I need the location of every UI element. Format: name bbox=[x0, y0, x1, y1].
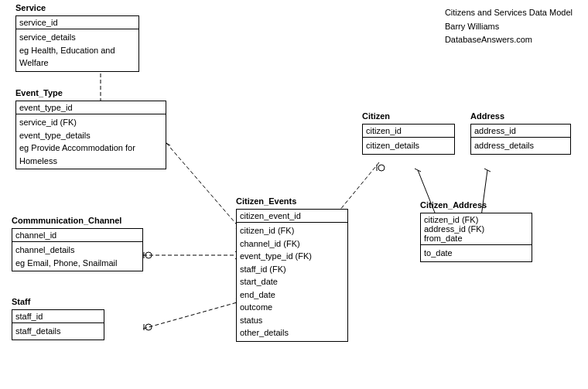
address-field-0: address_details bbox=[474, 139, 567, 152]
address-box: address_id address_details bbox=[470, 124, 571, 155]
staff-body: staff_details bbox=[12, 323, 104, 340]
svg-point-17 bbox=[145, 252, 152, 258]
svg-point-24 bbox=[145, 324, 152, 330]
citizen-events-body: citizen_id (FK) channel_id (FK) event_ty… bbox=[237, 223, 347, 341]
staff-field-0: staff_details bbox=[15, 325, 101, 338]
ce-field-7: status bbox=[240, 314, 344, 327]
service-field-0: service_details bbox=[19, 31, 135, 44]
info-author: Barry Williams bbox=[445, 20, 573, 34]
citizen-field-0: citizen_details bbox=[366, 139, 451, 152]
ca-pk-field-2: from_date bbox=[424, 234, 528, 243]
svg-line-38 bbox=[415, 169, 421, 172]
ce-field-4: start_date bbox=[240, 275, 344, 288]
ce-field-8: other_details bbox=[240, 326, 344, 340]
event-type-label: Event_Type bbox=[15, 88, 63, 97]
staff-box: staff_id staff_details bbox=[12, 309, 104, 340]
event-type-field-2: eg Provide Accommodation for Homeless bbox=[19, 142, 162, 167]
citizen-events-box: citizen_event_id citizen_id (FK) channel… bbox=[236, 209, 348, 342]
ce-field-2: event_type_id (FK) bbox=[240, 250, 344, 263]
diagram-container: Citizens and Services Data Model Barry W… bbox=[0, 0, 588, 389]
service-label: Service bbox=[15, 3, 46, 12]
service-pk: service_id bbox=[16, 16, 138, 29]
ce-field-6: outcome bbox=[240, 301, 344, 314]
staff-label: Staff bbox=[12, 297, 30, 306]
citizen-events-label: Citizen_Events bbox=[236, 196, 296, 206]
service-box: service_id service_details eg Health, Ed… bbox=[15, 15, 139, 72]
svg-line-19 bbox=[143, 302, 240, 329]
service-field-1: eg Health, Education and Welfare bbox=[19, 44, 135, 70]
ce-field-5: end_date bbox=[240, 288, 344, 302]
citizen-label: Citizen bbox=[362, 111, 390, 121]
comm-channel-body: channel_details eg Email, Phone, Snailma… bbox=[12, 242, 142, 271]
address-pk: address_id bbox=[471, 125, 570, 138]
svg-line-6 bbox=[166, 143, 240, 228]
service-body: service_details eg Health, Education and… bbox=[16, 29, 138, 71]
event-type-field-0: service_id (FK) bbox=[19, 116, 162, 129]
comm-channel-field-0: channel_details bbox=[15, 244, 139, 257]
event-type-box: event_type_id service_id (FK) event_type… bbox=[15, 101, 166, 169]
staff-pk: staff_id bbox=[12, 310, 104, 323]
info-box: Citizens and Services Data Model Barry W… bbox=[445, 6, 573, 47]
comm-channel-field-1: eg Email, Phone, Snailmail bbox=[15, 257, 139, 270]
svg-line-44 bbox=[484, 169, 491, 172]
comm-channel-label: Commmunication_Channel bbox=[12, 216, 121, 225]
ce-field-1: channel_id (FK) bbox=[240, 237, 344, 251]
citizen-body: citizen_details bbox=[363, 138, 454, 154]
citizen-box: citizen_id citizen_details bbox=[362, 124, 455, 155]
citizen-address-label: Citizen_Address bbox=[420, 200, 487, 210]
citizen-pk: citizen_id bbox=[363, 125, 454, 138]
comm-channel-box: channel_id channel_details eg Email, Pho… bbox=[12, 228, 143, 271]
event-type-pk: event_type_id bbox=[16, 101, 166, 114]
ce-field-3: staff_id (FK) bbox=[240, 263, 344, 276]
svg-point-31 bbox=[378, 165, 385, 171]
comm-channel-pk: channel_id bbox=[12, 229, 142, 242]
ca-field-0: to_date bbox=[424, 247, 528, 260]
citizen-address-body: to_date bbox=[421, 245, 532, 261]
citizen-address-header: citizen_id (FK) address_id (FK) from_dat… bbox=[421, 213, 532, 245]
ce-field-0: citizen_id (FK) bbox=[240, 224, 344, 237]
event-type-body: service_id (FK) event_type_details eg Pr… bbox=[16, 114, 166, 169]
info-title: Citizens and Services Data Model bbox=[445, 6, 573, 20]
citizen-events-pk: citizen_event_id bbox=[237, 210, 347, 223]
info-website: DatabaseAnswers.com bbox=[445, 33, 573, 47]
ca-pk-field-0: citizen_id (FK) bbox=[424, 215, 528, 224]
address-label: Address bbox=[470, 111, 504, 121]
address-body: address_details bbox=[471, 138, 570, 154]
ca-pk-field-1: address_id (FK) bbox=[424, 224, 528, 234]
event-type-field-1: event_type_details bbox=[19, 129, 162, 142]
citizen-address-box: citizen_id (FK) address_id (FK) from_dat… bbox=[420, 213, 532, 262]
